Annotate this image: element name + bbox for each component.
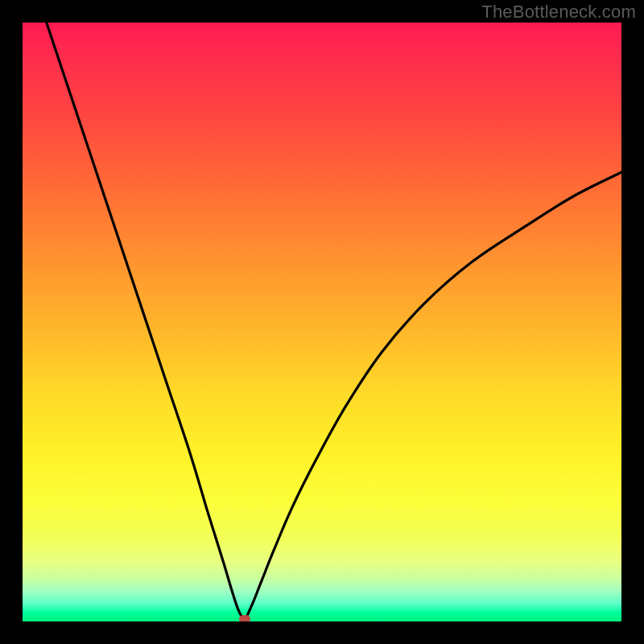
marker-dot-icon <box>239 615 250 621</box>
background-gradient <box>23 23 621 621</box>
chart-frame: TheBottleneck.com <box>0 0 644 644</box>
plot-area <box>23 23 621 621</box>
watermark-label: TheBottleneck.com <box>481 2 636 23</box>
